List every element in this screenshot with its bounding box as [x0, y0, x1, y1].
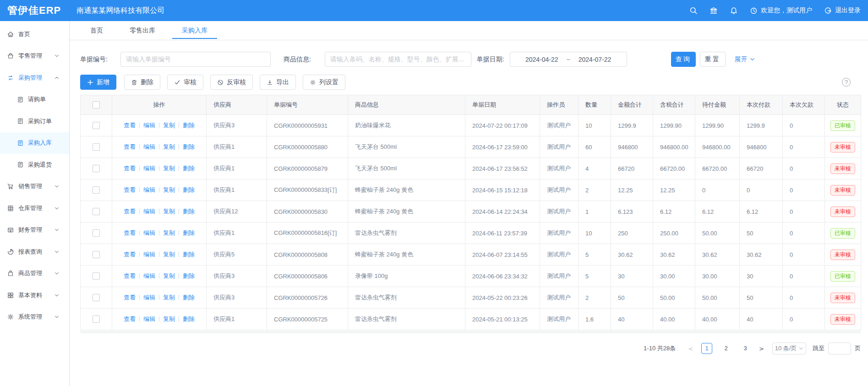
action-link-编辑[interactable]: 编辑: [143, 143, 155, 150]
action-link-编辑[interactable]: 编辑: [143, 186, 155, 193]
action-link-删除[interactable]: 删除: [183, 229, 195, 236]
help-icon[interactable]: ?: [842, 78, 851, 87]
sidebar-item-采购入库[interactable]: 采购入库: [0, 132, 69, 154]
sidebar-item-仓库管理[interactable]: 仓库管理: [0, 197, 69, 219]
action-link-查看[interactable]: 查看: [124, 294, 136, 301]
row-checkbox[interactable]: [93, 294, 100, 301]
action-link-删除[interactable]: 删除: [183, 122, 195, 129]
action-link-编辑[interactable]: 编辑: [143, 229, 155, 236]
sidebar-item-采购管理[interactable]: 采购管理: [0, 67, 69, 89]
action-link-复制[interactable]: 复制: [163, 208, 175, 215]
row-checkbox[interactable]: [93, 315, 100, 323]
audit-button[interactable]: 审核: [167, 75, 203, 90]
tab-零售出库[interactable]: 零售出库: [120, 21, 165, 40]
row-checkbox[interactable]: [93, 208, 100, 215]
action-link-查看[interactable]: 查看: [124, 122, 136, 129]
search-icon[interactable]: [689, 6, 698, 15]
bank-icon[interactable]: [710, 6, 718, 15]
date-range-input[interactable]: 2024-04-22 ~ 2024-07-22: [510, 52, 627, 67]
product-info-input[interactable]: 请输入条码、名称、规格、型号、颜色、扩展...: [325, 52, 471, 67]
action-link-查看[interactable]: 查看: [124, 229, 136, 236]
sidebar-item-首页[interactable]: 首页: [0, 23, 69, 45]
action-link-删除[interactable]: 删除: [183, 272, 195, 279]
sidebar-item-零售管理[interactable]: 零售管理: [0, 45, 69, 67]
action-link-删除[interactable]: 删除: [183, 165, 195, 172]
reset-button[interactable]: 重置: [700, 52, 726, 67]
select-all-checkbox[interactable]: [93, 101, 100, 109]
order-no-input[interactable]: 请输入单据编号: [120, 52, 271, 67]
row-checkbox[interactable]: [93, 251, 100, 258]
unaudit-button[interactable]: 反审核: [210, 75, 253, 90]
sidebar-item-采购订单[interactable]: 采购订单: [0, 110, 69, 132]
action-link-复制[interactable]: 复制: [163, 251, 175, 258]
add-button[interactable]: 新增: [80, 75, 116, 90]
tab-采购入库[interactable]: 采购入库: [172, 21, 217, 40]
row-checkbox[interactable]: [93, 165, 100, 172]
bell-icon[interactable]: [730, 6, 738, 15]
action-link-编辑[interactable]: 编辑: [143, 122, 155, 129]
column-settings-button[interactable]: 列设置: [303, 75, 345, 90]
action-link-查看[interactable]: 查看: [124, 272, 136, 279]
page-size-select[interactable]: 10 条/页: [772, 343, 806, 354]
row-checkbox[interactable]: [93, 229, 100, 237]
action-link-删除[interactable]: 删除: [183, 208, 195, 215]
export-button[interactable]: 导出: [260, 75, 296, 90]
date-cell: 2024-06-06 23:34:32: [465, 266, 540, 287]
sidebar-item-报表查询[interactable]: 报表查询: [0, 241, 69, 263]
page-number-1[interactable]: 1: [701, 343, 712, 354]
action-link-复制[interactable]: 复制: [163, 315, 175, 322]
action-link-查看[interactable]: 查看: [124, 251, 136, 258]
action-link-查看[interactable]: 查看: [124, 208, 136, 215]
sidebar-item-采购退货[interactable]: 采购退货: [0, 154, 69, 176]
action-link-删除[interactable]: 删除: [183, 251, 195, 258]
delete-button[interactable]: 删除: [124, 75, 160, 90]
action-link-编辑[interactable]: 编辑: [143, 165, 155, 172]
jump-page-input[interactable]: [828, 343, 851, 354]
action-link-复制[interactable]: 复制: [163, 272, 175, 279]
sidebar-item-商品管理[interactable]: 商品管理: [0, 263, 69, 285]
horizontal-scrollbar[interactable]: [80, 331, 861, 333]
action-link-复制[interactable]: 复制: [163, 294, 175, 301]
expand-link[interactable]: 展开: [735, 55, 755, 64]
sidebar-item-请购单[interactable]: 请购单: [0, 89, 69, 111]
sidebar-item-财务管理[interactable]: 财务管理: [0, 219, 69, 241]
row-select-cell: [81, 115, 112, 136]
sidebar-item-销售管理[interactable]: 销售管理: [0, 176, 69, 198]
row-checkbox[interactable]: [93, 186, 100, 194]
action-link-复制[interactable]: 复制: [163, 143, 175, 150]
row-checkbox[interactable]: [93, 122, 100, 129]
action-link-查看[interactable]: 查看: [124, 143, 136, 150]
action-link-编辑[interactable]: 编辑: [143, 272, 155, 279]
product-cell: 飞天茅台 500ml: [348, 158, 465, 179]
logout-button[interactable]: 退出登录: [824, 6, 861, 15]
action-link-查看[interactable]: 查看: [124, 186, 136, 193]
action-link-复制[interactable]: 复制: [163, 186, 175, 193]
next-page-button[interactable]: >: [759, 345, 764, 352]
column-header: 单据日期: [465, 95, 540, 115]
page-number-2[interactable]: 2: [721, 343, 732, 354]
action-link-删除[interactable]: 删除: [183, 294, 195, 301]
action-link-删除[interactable]: 删除: [183, 186, 195, 193]
sidebar-item-系统管理[interactable]: 系统管理: [0, 306, 69, 328]
welcome-user[interactable]: 欢迎您，测试用户: [750, 6, 812, 15]
action-link-删除[interactable]: 删除: [183, 143, 195, 150]
action-link-复制[interactable]: 复制: [163, 122, 175, 129]
action-link-复制[interactable]: 复制: [163, 165, 175, 172]
action-link-编辑[interactable]: 编辑: [143, 294, 155, 301]
action-link-删除[interactable]: 删除: [183, 315, 195, 322]
action-link-复制[interactable]: 复制: [163, 229, 175, 236]
action-link-编辑[interactable]: 编辑: [143, 315, 155, 322]
row-checkbox[interactable]: [93, 143, 100, 151]
action-link-编辑[interactable]: 编辑: [143, 208, 155, 215]
search-button[interactable]: 查询: [671, 52, 696, 67]
sidebar-item-基本资料[interactable]: 基本资料: [0, 284, 69, 306]
action-link-编辑[interactable]: 编辑: [143, 251, 155, 258]
prev-page-button[interactable]: <: [688, 345, 693, 352]
action-link-查看[interactable]: 查看: [124, 165, 136, 172]
tab-首页[interactable]: 首页: [81, 21, 113, 40]
row-checkbox[interactable]: [93, 272, 100, 280]
date-to[interactable]: 2024-07-22: [579, 56, 611, 63]
page-number-3[interactable]: 3: [740, 343, 751, 354]
action-link-查看[interactable]: 查看: [124, 315, 136, 322]
date-from[interactable]: 2024-04-22: [525, 56, 558, 63]
